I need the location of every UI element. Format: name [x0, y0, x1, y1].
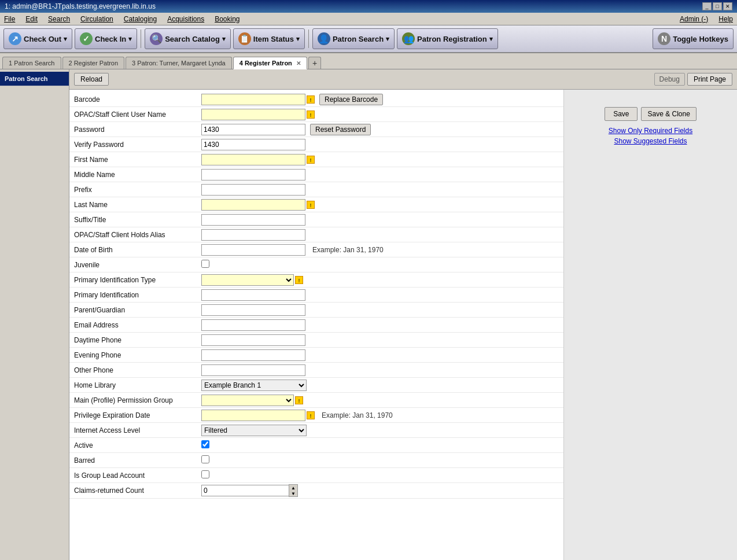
toolbar-sep-1	[141, 30, 141, 48]
show-required-fields-link[interactable]: Show Only Required Fields	[609, 127, 692, 135]
primary-id-type-field-wrapper: !	[201, 274, 305, 286]
internet-access-select[interactable]: Filtered Unfiltered None	[201, 425, 307, 436]
holds-alias-input[interactable]	[201, 229, 305, 241]
sidebar-item-patron-search[interactable]: Patron Search	[0, 72, 69, 86]
primary-id-type-select[interactable]	[201, 274, 294, 286]
search-catalog-dropdown-icon[interactable]: ▾	[222, 35, 226, 43]
tab-2-label: 2 Register Patron	[69, 60, 119, 67]
password-input[interactable]	[201, 124, 305, 135]
menu-file[interactable]: File	[2, 14, 17, 24]
group-lead-checkbox[interactable]	[201, 470, 209, 478]
other-phone-input[interactable]	[201, 364, 305, 376]
email-row: Email Address	[69, 318, 563, 333]
save-clone-button[interactable]: Save & Clone	[641, 107, 696, 121]
minimize-button[interactable]: _	[702, 2, 712, 10]
menu-cataloging[interactable]: Cataloging	[122, 14, 159, 24]
primary-id-field-wrapper	[201, 289, 305, 301]
patron-registration-button[interactable]: 👥 Patron Registration ▾	[397, 28, 498, 49]
daytime-phone-input[interactable]	[201, 334, 305, 346]
email-input[interactable]	[201, 319, 305, 331]
first-name-warning-icon: !	[307, 156, 315, 164]
tab-4[interactable]: 4 Register Patron ✕	[233, 57, 307, 69]
tab-3[interactable]: 3 Patron: Turner, Margaret Lynda	[126, 57, 232, 69]
dob-field-wrapper	[201, 244, 305, 256]
tab-4-close-icon[interactable]: ✕	[296, 60, 301, 67]
barcode-input[interactable]	[201, 94, 305, 105]
menu-admin[interactable]: Admin (-)	[678, 14, 710, 24]
home-library-select[interactable]: Example Branch 1 Example Branch 2 Main L…	[201, 380, 307, 391]
form-content-wrapper: Barcode ! Replace Barcode OPAC/Staff Cli…	[69, 90, 737, 560]
last-name-input[interactable]	[201, 199, 305, 211]
active-row: Active	[69, 438, 563, 453]
barred-checkbox[interactable]	[201, 455, 209, 463]
parent-guardian-input[interactable]	[201, 304, 305, 316]
dob-input[interactable]	[201, 244, 305, 256]
show-suggested-fields-link[interactable]: Show Suggested Fields	[609, 137, 692, 145]
menu-acquisitions[interactable]: Acquisitions	[165, 14, 206, 24]
tab-1[interactable]: 1 Patron Search	[2, 57, 61, 69]
tab-2[interactable]: 2 Register Patron	[62, 57, 125, 69]
password-label: Password	[74, 126, 201, 134]
opac-username-input[interactable]	[201, 109, 305, 120]
search-catalog-label: Search Catalog	[165, 35, 220, 43]
debug-button[interactable]: Debug	[654, 73, 685, 86]
patron-search-dropdown-icon[interactable]: ▾	[386, 35, 389, 43]
menu-circulation[interactable]: Circulation	[79, 14, 115, 24]
claims-returned-increment[interactable]: ▲	[289, 485, 297, 491]
juvenile-label: Juvenile	[74, 261, 201, 269]
email-label: Email Address	[74, 321, 201, 329]
permission-group-select[interactable]	[201, 395, 294, 406]
first-name-input[interactable]	[201, 154, 305, 165]
reset-password-button[interactable]: Reset Password	[310, 124, 371, 135]
verify-password-label: Verify Password	[74, 141, 201, 149]
item-status-button[interactable]: 📋 Item Status ▾	[233, 28, 305, 49]
checkin-icon: ✓	[80, 32, 93, 45]
form-toolbar-right: Debug Print Page	[654, 73, 732, 86]
search-catalog-button[interactable]: 🔍 Search Catalog ▾	[145, 28, 231, 49]
tab-add-button[interactable]: +	[308, 57, 321, 69]
privilege-expiry-label: Privilege Expiration Date	[74, 411, 201, 419]
claims-returned-field-wrapper: ▲ ▼	[201, 484, 305, 497]
suffix-input[interactable]	[201, 214, 305, 226]
maximize-button[interactable]: □	[713, 2, 722, 10]
print-button[interactable]: Print Page	[687, 73, 732, 86]
form-area: Reload Debug Print Page Barcode	[69, 69, 737, 560]
menu-help[interactable]: Help	[717, 14, 735, 24]
evening-phone-input[interactable]	[201, 349, 305, 361]
checkout-dropdown-icon[interactable]: ▾	[64, 35, 67, 43]
primary-id-input[interactable]	[201, 289, 305, 301]
sidebar: Patron Search	[0, 69, 69, 560]
other-phone-field-wrapper	[201, 364, 305, 376]
dob-row: Date of Birth Example: Jan 31, 1970	[69, 242, 563, 257]
toggle-hotkeys-button[interactable]: N Toggle Hotkeys	[653, 28, 734, 49]
checkin-dropdown-icon[interactable]: ▾	[128, 35, 132, 43]
opac-username-input-group: !	[201, 109, 315, 120]
checkout-icon: ↗	[9, 32, 21, 45]
claims-returned-input[interactable]	[201, 485, 289, 496]
menu-search[interactable]: Search	[46, 14, 72, 24]
form-scroll: Barcode ! Replace Barcode OPAC/Staff Cli…	[69, 90, 563, 536]
claims-returned-spinner: ▲ ▼	[289, 484, 298, 497]
verify-password-input[interactable]	[201, 139, 305, 150]
prefix-input[interactable]	[201, 184, 305, 196]
password-row: Password Reset Password	[69, 122, 563, 137]
reload-button[interactable]: Reload	[74, 73, 109, 86]
holds-alias-field-wrapper	[201, 229, 305, 241]
menu-booking[interactable]: Booking	[213, 14, 241, 24]
middle-name-input[interactable]	[201, 169, 305, 180]
patron-search-button[interactable]: 👤 Patron Search ▾	[312, 28, 395, 49]
group-lead-row: Is Group Lead Account	[69, 468, 563, 483]
checkout-button[interactable]: ↗ Check Out ▾	[3, 28, 72, 49]
item-status-dropdown-icon[interactable]: ▾	[296, 35, 300, 43]
juvenile-checkbox[interactable]	[201, 260, 209, 268]
replace-barcode-button[interactable]: Replace Barcode	[319, 94, 383, 105]
patron-reg-dropdown-icon[interactable]: ▾	[489, 35, 493, 43]
last-name-label: Last Name	[74, 201, 201, 209]
close-button[interactable]: ✕	[723, 2, 732, 10]
active-checkbox[interactable]	[201, 440, 209, 448]
checkin-button[interactable]: ✓ Check In ▾	[75, 28, 137, 49]
save-button[interactable]: Save	[605, 107, 637, 121]
privilege-expiry-input[interactable]	[201, 410, 305, 421]
claims-returned-decrement[interactable]: ▼	[289, 491, 297, 496]
menu-edit[interactable]: Edit	[24, 14, 39, 24]
